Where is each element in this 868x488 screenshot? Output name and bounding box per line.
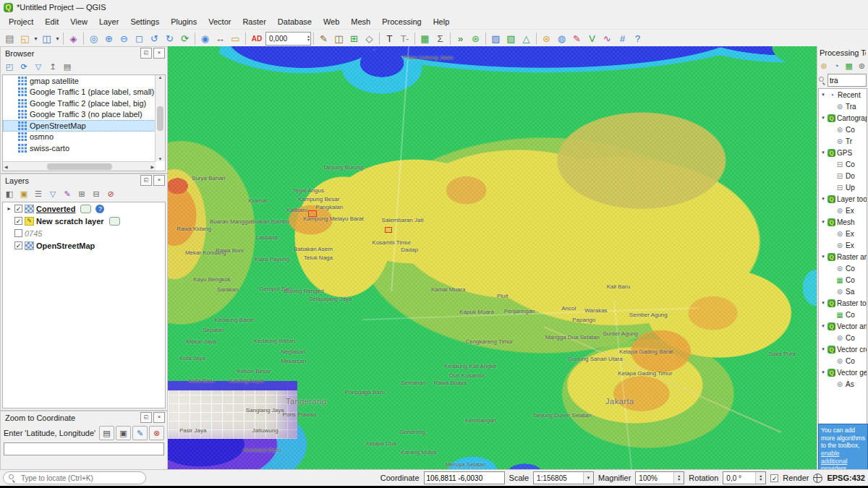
algorithm-tree-item[interactable]: ⊛Co (819, 124, 867, 135)
algorithm-tree-item[interactable]: ⊛Co (819, 262, 867, 274)
algorithm-tree-item[interactable]: ⊟Co (819, 158, 867, 170)
algorithm-tree-item[interactable]: ⊟Up (819, 181, 867, 193)
menu-vector[interactable]: Vector (203, 16, 237, 27)
toggle-editing-icon[interactable]: ✎ (316, 31, 331, 46)
algorithm-tree-item[interactable]: ▾QVector creation (819, 343, 867, 355)
settings-pencil-icon[interactable]: ✎ (132, 426, 148, 440)
model-designer-icon[interactable]: ⊛ (818, 60, 830, 72)
add-feature-icon[interactable]: ⊞ (346, 31, 362, 46)
help-icon[interactable]: ? (630, 31, 645, 46)
project-new-icon[interactable]: ▤ (2, 31, 17, 46)
close-panel-button[interactable]: × (153, 48, 165, 59)
menu-raster[interactable]: Raster (237, 16, 271, 27)
copy-icon[interactable]: ▤ (99, 426, 114, 440)
algorithm-tree-item[interactable]: ▾QVector general (819, 367, 867, 378)
annotation-icon[interactable]: ✎ (569, 31, 584, 46)
results-viewer-icon[interactable]: ▦ (843, 60, 855, 72)
refresh-map-icon[interactable]: ⟳ (177, 31, 192, 46)
expander-icon[interactable]: ▾ (820, 323, 826, 329)
close-panel-button[interactable]: × (153, 412, 165, 423)
browser-hscrollbar[interactable]: ◀▶ (3, 161, 156, 171)
render-checkbox[interactable] (770, 474, 778, 482)
python-console-icon[interactable]: » (453, 31, 468, 46)
locate-input[interactable] (20, 474, 140, 483)
expander-icon[interactable]: ▾ (820, 115, 826, 121)
algorithm-tree-item[interactable]: ⊟Do (819, 170, 867, 181)
layer-visibility-checkbox[interactable] (14, 205, 22, 213)
measure-icon[interactable]: ↔ (213, 31, 228, 46)
menu-view[interactable]: View (64, 16, 93, 27)
save-dropdown-icon[interactable]: ▾ (54, 31, 61, 46)
digitizing-angle-spin[interactable]: 0,000▴▾ (265, 32, 311, 46)
expander-icon[interactable]: ▾ (820, 346, 826, 352)
collapse-all-icon[interactable]: ⊟ (90, 188, 103, 200)
algorithm-tree-item[interactable]: ⊛Ex (819, 205, 867, 216)
menu-web[interactable]: Web (318, 16, 345, 27)
algorithm-tree-item[interactable]: ⊛Tra (819, 100, 867, 112)
help-badge-icon[interactable]: ? (95, 205, 104, 213)
vertex-tool-icon[interactable]: ◇ (362, 31, 377, 46)
zoom-next-icon[interactable]: ↻ (162, 31, 177, 46)
field-calculator-icon[interactable]: Σ (433, 31, 448, 46)
browser-item-gmap-satellite[interactable]: gmap satellite (3, 75, 156, 87)
layer-visibility-checkbox[interactable] (14, 229, 22, 237)
float-panel-button[interactable]: ◱ (140, 412, 152, 423)
browser-item-openstreetmap[interactable]: OpenStreetMap (3, 120, 156, 132)
style-manager-icon[interactable]: ◈ (66, 31, 81, 46)
magnifier-spin[interactable]: 100%▴▾ (635, 471, 684, 484)
browser-item-swiss-carto[interactable]: swiss-carto (3, 142, 156, 154)
algorithm-tree-item[interactable]: ⊛Co (819, 332, 867, 343)
menu-edit[interactable]: Edit (39, 16, 64, 27)
browser-vscrollbar[interactable]: ▲▼ (155, 75, 165, 161)
layer-visibility-checkbox[interactable] (14, 241, 22, 249)
menu-mesh[interactable]: Mesh (345, 16, 376, 27)
menu-database[interactable]: Database (272, 16, 318, 27)
advanced-digitizing-icon[interactable]: AD (248, 31, 265, 46)
new-vector-layer-icon[interactable]: ▧ (503, 31, 519, 46)
expander-icon[interactable]: ▾ (820, 300, 826, 306)
refresh-icon[interactable]: ⟳ (17, 61, 30, 73)
close-panel-button[interactable]: × (153, 175, 165, 186)
filter-legend-icon[interactable]: ▽ (46, 188, 59, 200)
zoom-last-icon[interactable]: ↺ (147, 31, 162, 46)
algorithm-tree-item[interactable]: ▾QMesh (819, 216, 867, 228)
algorithm-tree-item[interactable]: ▾QRaster analysis (819, 251, 867, 262)
layer-item-converted[interactable]: ▸Converted? (3, 202, 165, 215)
expander-icon[interactable]: ▾ (820, 150, 826, 155)
paste-icon[interactable]: ▣ (116, 426, 131, 440)
enable-providers-link[interactable]: enable additional providers (821, 450, 847, 470)
labeling-icon[interactable]: T (382, 31, 397, 46)
filter-expression-icon[interactable]: ✎ (61, 188, 74, 200)
profile-tool-icon[interactable]: ∿ (600, 31, 615, 46)
algorithm-tree-item[interactable]: ⊛As (819, 378, 867, 390)
algorithm-tree-item[interactable]: ▾QLayer tools (819, 193, 867, 205)
pan-map-icon[interactable]: ◎ (86, 31, 101, 46)
algorithm-tree-item[interactable]: ⊛Ex (819, 228, 867, 239)
properties-icon[interactable]: ▤ (61, 61, 74, 73)
algorithm-tree-item[interactable]: ▦Co (819, 274, 867, 286)
layer-item-0745[interactable]: 0745 (3, 227, 165, 239)
float-panel-button[interactable]: ◱ (140, 48, 152, 59)
menu-plugins[interactable]: Plugins (165, 16, 203, 27)
float-panel-button[interactable]: ◱ (140, 175, 152, 186)
mesh-layer-icon[interactable]: △ (519, 31, 534, 46)
expander-icon[interactable]: ▾ (820, 196, 826, 202)
browser-item-google-traffic-1-place-label-small[interactable]: Google Traffic 1 (place label, small) (3, 87, 156, 98)
browser-item-osmno[interactable]: osmno (3, 132, 156, 143)
new-raster-layer-icon[interactable]: ▨ (488, 31, 503, 46)
algorithm-tree-item[interactable]: ⊛Sa (819, 286, 867, 297)
expander-icon[interactable]: ▾ (820, 219, 826, 225)
algorithm-tree-item[interactable]: ▾QRaster tools (819, 297, 867, 309)
spin-arrows-icon[interactable]: ▴▾ (673, 472, 684, 484)
attribute-table-icon[interactable]: ▦ (417, 31, 433, 46)
algorithm-tree-item[interactable]: ▾◔Recent (819, 89, 867, 100)
locate-box[interactable] (3, 471, 146, 484)
identify-icon[interactable]: ◉ (197, 31, 213, 46)
menu-layer[interactable]: Layer (93, 16, 125, 27)
expander-icon[interactable]: ▾ (820, 369, 826, 375)
algorithm-tree-item[interactable]: ⊛Ex (819, 239, 867, 251)
menu-processing[interactable]: Processing (376, 16, 427, 27)
layer-item-new-scratch-layer[interactable]: ✎New scratch layer (3, 215, 165, 227)
menu-help[interactable]: Help (427, 16, 456, 27)
expander-icon[interactable]: ▾ (820, 92, 826, 98)
